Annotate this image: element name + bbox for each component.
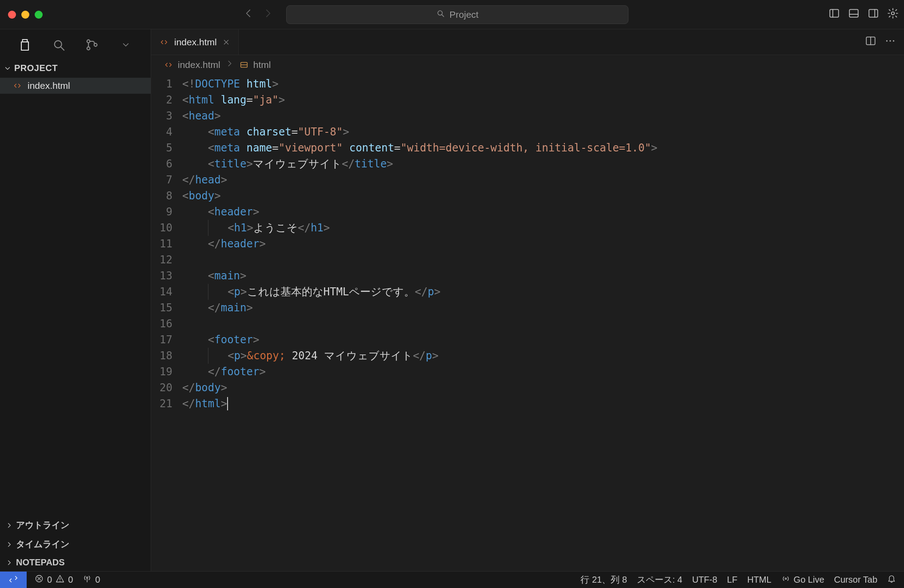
window-controls xyxy=(8,11,43,19)
additional-views-icon[interactable] xyxy=(118,37,134,53)
ports-count: 0 xyxy=(95,575,100,585)
notepads-panel-header[interactable]: NOTEPADS xyxy=(0,554,151,571)
svg-point-16 xyxy=(785,578,786,579)
notifications-button[interactable] xyxy=(887,574,896,585)
go-live-label: Go Live xyxy=(794,575,824,585)
file-tree-item[interactable]: index.html xyxy=(0,78,151,94)
explorer-section-header[interactable]: PROJECT xyxy=(0,60,151,76)
svg-point-0 xyxy=(438,11,442,15)
html-file-icon xyxy=(159,37,169,47)
svg-point-12 xyxy=(893,40,894,41)
svg-rect-1 xyxy=(830,9,839,17)
titlebar: Project xyxy=(0,0,904,29)
chevron-down-icon xyxy=(4,64,12,72)
warning-icon xyxy=(56,574,64,585)
timeline-panel-header[interactable]: タイムライン xyxy=(0,535,151,554)
problems-status[interactable]: 0 0 xyxy=(35,574,73,585)
code-line[interactable]: <!DOCTYPE html> xyxy=(182,76,904,92)
search-view-icon[interactable] xyxy=(51,37,67,53)
close-tab-button[interactable] xyxy=(222,38,230,46)
code-line[interactable]: <p>&copy; 2024 マイウェブサイト</p> xyxy=(182,348,904,364)
indentation-status[interactable]: スペース: 4 xyxy=(637,574,682,586)
code-line[interactable]: <footer> xyxy=(182,332,904,348)
code-editor[interactable]: 123456789101112131415161718192021 <!DOCT… xyxy=(151,74,904,571)
eol-status[interactable]: LF xyxy=(727,575,737,585)
toggle-panel-icon[interactable] xyxy=(848,8,860,21)
code-line[interactable]: </footer> xyxy=(182,364,904,380)
cursor-position-label: 行 21、列 8 xyxy=(580,574,627,586)
editor-tab-label: index.html xyxy=(174,37,217,48)
language-mode-status[interactable]: HTML xyxy=(747,575,771,585)
breadcrumb[interactable]: index.html html xyxy=(151,55,904,74)
explorer-title-label: PROJECT xyxy=(14,63,58,73)
maximize-window-button[interactable] xyxy=(35,11,43,19)
code-line[interactable]: <body> xyxy=(182,188,904,204)
sidebar: PROJECT index.html アウトライン タイムライン xyxy=(0,29,151,571)
svg-rect-2 xyxy=(849,9,858,17)
symbol-icon xyxy=(239,60,249,70)
error-icon xyxy=(35,574,44,585)
tab-bar: index.html xyxy=(151,29,904,55)
html-file-icon xyxy=(12,80,23,91)
nav-back-button[interactable] xyxy=(243,8,254,21)
explorer-view-icon[interactable] xyxy=(17,37,33,53)
code-line[interactable]: </html> xyxy=(182,396,904,412)
source-control-view-icon[interactable] xyxy=(84,37,100,53)
toggle-primary-sidebar-icon[interactable] xyxy=(828,8,840,21)
code-line[interactable]: <html lang="ja"> xyxy=(182,92,904,108)
code-line[interactable]: </main> xyxy=(182,300,904,316)
settings-gear-icon[interactable] xyxy=(887,8,899,21)
code-line[interactable]: </body> xyxy=(182,380,904,396)
file-tree-item-label: index.html xyxy=(28,80,70,91)
code-line[interactable]: <meta name="viewport" content="width=dev… xyxy=(182,140,904,156)
chevron-right-icon xyxy=(5,540,13,548)
outline-panel-header[interactable]: アウトライン xyxy=(0,516,151,535)
code-line[interactable]: <main> xyxy=(182,268,904,284)
line-number-gutter: 123456789101112131415161718192021 xyxy=(151,76,182,571)
error-count: 0 xyxy=(47,575,52,585)
cursor-position-status[interactable]: 行 21、列 8 xyxy=(580,574,627,586)
code-line[interactable]: </header> xyxy=(182,236,904,252)
timeline-panel-label: タイムライン xyxy=(16,538,69,550)
code-line[interactable]: <h1>ようこそ</h1> xyxy=(182,220,904,236)
warning-count: 0 xyxy=(68,575,73,585)
encoding-label: UTF-8 xyxy=(692,575,717,585)
status-bar: 0 0 0 行 21、列 8 スペース: 4 UTF-8 LF HTML Go … xyxy=(0,571,904,588)
breadcrumb-symbol: html xyxy=(253,60,271,70)
code-line[interactable]: <header> xyxy=(182,204,904,220)
remote-indicator-button[interactable] xyxy=(0,572,27,588)
broadcast-icon xyxy=(781,574,790,585)
code-content[interactable]: <!DOCTYPE html><html lang="ja"><head> <m… xyxy=(182,76,904,571)
code-line[interactable]: </head> xyxy=(182,172,904,188)
cursor-tab-label: Cursor Tab xyxy=(834,575,877,585)
editor-tab[interactable]: index.html xyxy=(151,29,239,55)
language-mode-label: HTML xyxy=(747,575,771,585)
cursor-tab-status[interactable]: Cursor Tab xyxy=(834,575,877,585)
more-actions-icon[interactable] xyxy=(884,35,896,49)
radio-tower-icon xyxy=(83,574,92,585)
code-line[interactable]: <title>マイウェブサイト</title> xyxy=(182,156,904,172)
editor-group: index.html index.html html 1234567891011… xyxy=(151,29,904,571)
file-tree[interactable]: index.html xyxy=(0,76,151,516)
indentation-label: スペース: 4 xyxy=(637,574,682,586)
minimize-window-button[interactable] xyxy=(21,11,29,19)
encoding-status[interactable]: UTF-8 xyxy=(692,575,717,585)
svg-point-10 xyxy=(886,40,888,41)
notepads-panel-label: NOTEPADS xyxy=(16,557,65,568)
go-live-status[interactable]: Go Live xyxy=(781,574,824,585)
code-line[interactable] xyxy=(182,252,904,268)
html-file-icon xyxy=(164,60,173,70)
code-line[interactable]: <p>これは基本的なHTMLページです。</p> xyxy=(182,284,904,300)
eol-label: LF xyxy=(727,575,737,585)
chevron-right-icon xyxy=(5,559,13,567)
chevron-right-icon xyxy=(5,521,13,529)
command-center[interactable]: Project xyxy=(286,5,628,24)
code-line[interactable]: <head> xyxy=(182,108,904,124)
split-editor-icon[interactable] xyxy=(865,35,876,49)
code-line[interactable] xyxy=(182,316,904,332)
close-window-button[interactable] xyxy=(8,11,16,19)
ports-status[interactable]: 0 xyxy=(83,574,100,585)
toggle-secondary-sidebar-icon[interactable] xyxy=(868,8,879,21)
code-line[interactable]: <meta charset="UTF-8"> xyxy=(182,124,904,140)
nav-forward-button[interactable] xyxy=(262,8,274,21)
